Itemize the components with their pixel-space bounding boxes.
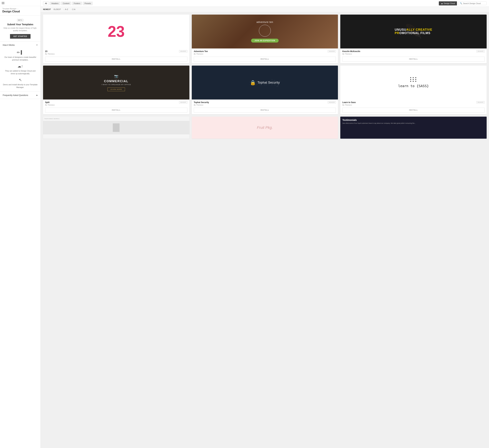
card-sass: learn to {SASS} Learn to Sass HEADER By … — [340, 66, 487, 114]
template-grid: 23 23 HEADER By Themeco INSTALL adventur… — [43, 15, 487, 139]
testimonials-title: Testimonials — [342, 119, 485, 121]
split-content: 📷 COMMERCIAL I WANT TO ORGANIZE MY OFFIC… — [100, 72, 133, 93]
get-started-button[interactable]: GET STARTED — [10, 34, 31, 39]
tab-footers[interactable]: Footers — [72, 1, 82, 5]
card-split: 📷 COMMERCIAL I WANT TO ORGANIZE MY OFFIC… — [43, 66, 189, 114]
tab-headers[interactable]: Headers — [49, 1, 60, 5]
dot-5 — [413, 79, 414, 80]
how-it-works-label: How it Works — [3, 44, 15, 46]
search-icon: 🔍 — [460, 2, 462, 4]
sidebar-top-bar — [0, 0, 41, 6]
step-3-text: Demo and install directly to your Templa… — [3, 83, 38, 89]
beta-badge: BETA — [17, 19, 24, 21]
sort-az[interactable]: ↓ A-Z — [64, 8, 68, 10]
dot-2 — [413, 77, 414, 78]
card-author-tophat: By Themeco — [194, 104, 336, 106]
card-image-23: 23 — [43, 15, 189, 48]
card-tag-tophat: HEADER — [328, 101, 336, 104]
card-meta-tophat: Tophat Security HEADER — [194, 101, 336, 104]
design-cloud-label: Design Cloud — [444, 2, 455, 4]
card-tophat: security 🔒 Tophat Security Tophat Securi… — [192, 66, 338, 114]
split-subtitle-text: I WANT TO ORGANIZE MY OFFICE — [101, 84, 131, 85]
submit-section: BETA Submit Your Templates Help us creat… — [0, 16, 41, 41]
dots-grid — [410, 77, 417, 82]
card-meta-sass: Learn to Sass HEADER — [342, 101, 485, 104]
install-button-kesclin[interactable]: INSTALL — [342, 57, 485, 62]
card-tag-23: HEADER — [179, 50, 187, 52]
dot-9 — [415, 81, 416, 82]
steps-list: ✏ ▍ Our team of designers create beautif… — [3, 50, 38, 89]
install-button-tophat[interactable]: INSTALL — [194, 108, 336, 112]
card-title-sass: Learn to Sass — [342, 101, 356, 104]
card-tag-adventure: HEADER — [328, 50, 336, 52]
pencil-ruler-icon: ✏ ▍ — [3, 50, 38, 55]
card-testimonials: Testimonials See what some of our loyal … — [340, 117, 487, 139]
grid-area: 23 23 HEADER By Themeco INSTALL adventur… — [41, 12, 489, 448]
submit-title: Submit Your Templates — [3, 23, 38, 26]
kesclin-line1: UNUSUALLY CREATIVE — [395, 28, 432, 32]
number-23-display: 23 — [108, 24, 125, 39]
card-kesclin: 🪶 UNUSUALLY CREATIVE PROMOTIONAL FILMS K… — [340, 15, 487, 63]
sort-oldest[interactable]: OLDEST — [54, 8, 61, 10]
card-featured-works: FEATURED WORKS — [43, 117, 189, 139]
dot-6 — [415, 79, 416, 80]
install-button-split[interactable]: INSTALL — [45, 108, 187, 112]
card-title-split: Split — [45, 101, 49, 104]
tophat-background-text: security — [192, 79, 338, 87]
dot-8 — [413, 81, 414, 82]
testimonials-content: Testimonials See what some of our loyal … — [340, 117, 487, 139]
card-image-kesclin: 🪶 UNUSUALLY CREATIVE PROMOTIONAL FILMS — [340, 15, 487, 48]
dot-1 — [410, 77, 411, 78]
design-cloud-button[interactable]: ☁ Design Cloud — [439, 1, 457, 5]
card-adventure-ten: adventure ten JOIN AN EXPEDITION Adventu… — [192, 15, 338, 63]
submit-description: Help us create the largest library of hi… — [3, 27, 38, 32]
search-input[interactable] — [463, 2, 485, 4]
featured-thumbnail — [113, 123, 120, 132]
accordion-down-icon: ▼ — [36, 44, 38, 46]
hamburger-icon[interactable] — [2, 2, 4, 4]
sort-za[interactable]: ↑ Z-A — [71, 8, 75, 10]
split-learn-more-button[interactable]: LEARN MORE — [107, 88, 125, 91]
top-bar-right: ☁ Design Cloud 🔍 — [439, 1, 487, 5]
adventure-content: adventure ten JOIN AN EXPEDITION — [251, 21, 279, 43]
card-23: 23 23 HEADER By Themeco INSTALL — [43, 15, 189, 63]
tab-content[interactable]: Content — [61, 1, 71, 5]
kesclin-line2: PROMOTIONAL FILMS — [395, 32, 432, 35]
card-meta-23: 23 HEADER — [45, 50, 187, 53]
faq-accordion[interactable]: Frequently Asked Questions ▶ — [0, 92, 41, 99]
install-button-adventure[interactable]: INSTALL — [194, 57, 336, 62]
cursor-icon: ↖ — [3, 78, 38, 82]
join-expedition-button[interactable]: JOIN AN EXPEDITION — [251, 39, 279, 43]
adventure-logo-text: adventure ten — [251, 21, 279, 23]
faq-label: Frequently Asked Questions — [3, 94, 28, 96]
step-2: ☁↑ They are added to Design Cloud and sh… — [3, 64, 38, 75]
sidebar-title: Design Cloud — [2, 10, 38, 13]
card-body-adventure: Adventure Ten HEADER By Themeco INSTALL — [192, 48, 338, 63]
card-body-split: Split HEADER By Themeco INSTALL — [43, 99, 189, 114]
adventure-circle — [259, 25, 271, 37]
install-button-23[interactable]: INSTALL — [45, 57, 187, 62]
dot-4 — [410, 79, 411, 80]
tab-presets[interactable]: Presets — [83, 1, 93, 5]
step-2-text: They are added to Design Cloud and show … — [3, 70, 38, 75]
card-image-adventure: adventure ten JOIN AN EXPEDITION — [192, 15, 338, 48]
tab-all[interactable]: All — [43, 1, 49, 5]
kesclin-text-overlay: UNUSUALLY CREATIVE PROMOTIONAL FILMS — [393, 26, 434, 37]
dot-7 — [410, 81, 411, 82]
card-author-23: By Themeco — [45, 53, 187, 55]
install-button-sass[interactable]: INSTALL — [342, 108, 485, 112]
how-it-works-section: How it Works ▼ ✏ ▍ Our team of designers… — [0, 41, 41, 92]
card-meta-split: Split HEADER — [45, 101, 187, 104]
chevron-right-icon: ▶ — [36, 94, 38, 96]
card-image-tophat: security 🔒 Tophat Security — [192, 66, 338, 99]
sort-newest[interactable]: NEWEST — [43, 8, 51, 10]
how-it-works-accordion[interactable]: How it Works ▼ — [0, 41, 41, 49]
step-3: ↖ Demo and install directly to your Temp… — [3, 78, 38, 89]
card-fruit-pkg: Fruit Pkg. — [192, 117, 338, 139]
card-author-kesclin: By Themeco — [342, 53, 485, 55]
top-bar: All Headers Content Footers Presets ☁ De… — [41, 0, 489, 7]
sort-bar: NEWEST OLDEST ↓ A-Z ↑ Z-A — [41, 7, 489, 12]
how-it-works-content: ✏ ▍ Our team of designers create beautif… — [0, 49, 41, 92]
main-content: All Headers Content Footers Presets ☁ De… — [41, 0, 489, 448]
sass-title-text: learn to {SASS} — [398, 84, 429, 88]
